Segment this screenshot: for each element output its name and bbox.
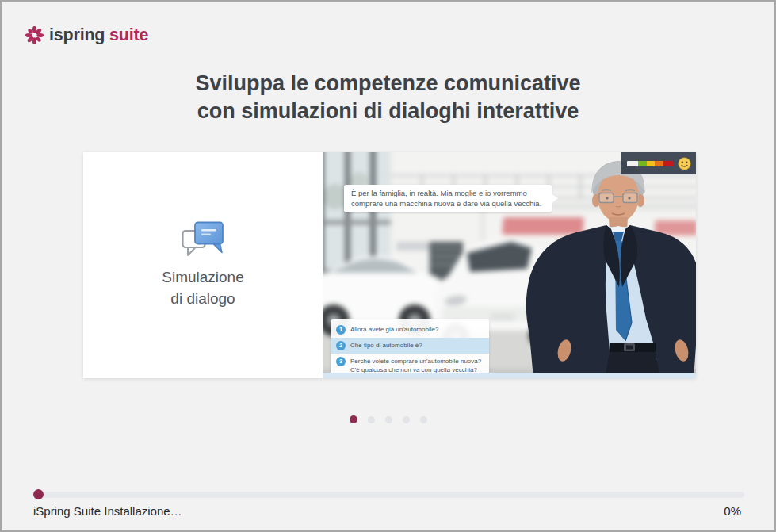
- install-progress-indicator: [33, 489, 44, 499]
- install-percent: 0%: [724, 504, 741, 518]
- option-number-badge: 2: [336, 341, 346, 350]
- simulation-bottom-bar: [323, 373, 696, 378]
- logo-text-ispring: ispring: [49, 25, 105, 44]
- dialog-option-row: 1Allora avete già un'automobile?: [331, 322, 489, 338]
- logo-text: ispring suite: [49, 25, 148, 45]
- dialog-simulation-card: Simulazione di dialogo: [83, 152, 323, 378]
- ispring-suite-logo: ispring suite: [25, 25, 148, 45]
- speech-bubble-tail: [551, 193, 558, 204]
- install-status-text: iSpring Suite Installazione…: [33, 504, 182, 518]
- speech-bubble-text: È per la famiglia, in realtà. Mia moglie…: [351, 189, 541, 208]
- card-label-line-2: di dialogo: [170, 290, 235, 307]
- installer-window: ispring suite Sviluppa le competenze com…: [0, 0, 776, 532]
- speech-bubble: È per la famiglia, in realtà. Mia moglie…: [344, 185, 552, 212]
- meter-segment: [663, 161, 673, 166]
- slide-heading: Sviluppa le competenze comunicative con …: [2, 70, 774, 124]
- option-number-badge: 1: [336, 325, 346, 335]
- heading-line-2: con simulazioni di dialoghi interattive: [197, 99, 579, 123]
- meter-segment: [655, 161, 663, 166]
- dialog-options-panel: 1Allora avete già un'automobile?2Che tip…: [331, 319, 489, 378]
- carousel-dot[interactable]: [368, 416, 375, 423]
- simulation-screenshot: È per la famiglia, in realtà. Mia moglie…: [323, 152, 696, 378]
- option-number-badge: 3: [336, 357, 346, 366]
- carousel-dot[interactable]: [403, 416, 410, 423]
- meter-segment: [627, 161, 638, 166]
- emotion-meter: [621, 152, 696, 174]
- chat-bubbles-icon: [182, 221, 224, 258]
- ispring-burst-icon: [25, 26, 44, 44]
- carousel-dot[interactable]: [350, 415, 357, 423]
- carousel-dot[interactable]: [420, 416, 427, 423]
- heading-line-1: Sviluppa le competenze comunicative: [195, 71, 580, 95]
- card-label: Simulazione di dialogo: [162, 267, 244, 308]
- option-text: Che tipo di automobile è?: [350, 341, 483, 350]
- meter-segment: [647, 161, 655, 166]
- option-text: Allora avete già un'automobile?: [350, 325, 483, 334]
- logo-text-suite: suite: [109, 25, 148, 44]
- smiley-icon: [678, 157, 691, 170]
- carousel-dots: [2, 415, 774, 423]
- emotion-meter-segments: [627, 161, 673, 166]
- install-progress-track: [35, 492, 744, 498]
- dialog-option-row: 2Che tipo di automobile è?: [331, 338, 489, 354]
- carousel-dot[interactable]: [385, 416, 392, 423]
- meter-segment: [638, 161, 646, 166]
- slide-illustration: Simulazione di dialogo: [83, 152, 696, 378]
- card-label-line-1: Simulazione: [162, 269, 244, 285]
- status-bar: iSpring Suite Installazione… 0%: [33, 504, 741, 518]
